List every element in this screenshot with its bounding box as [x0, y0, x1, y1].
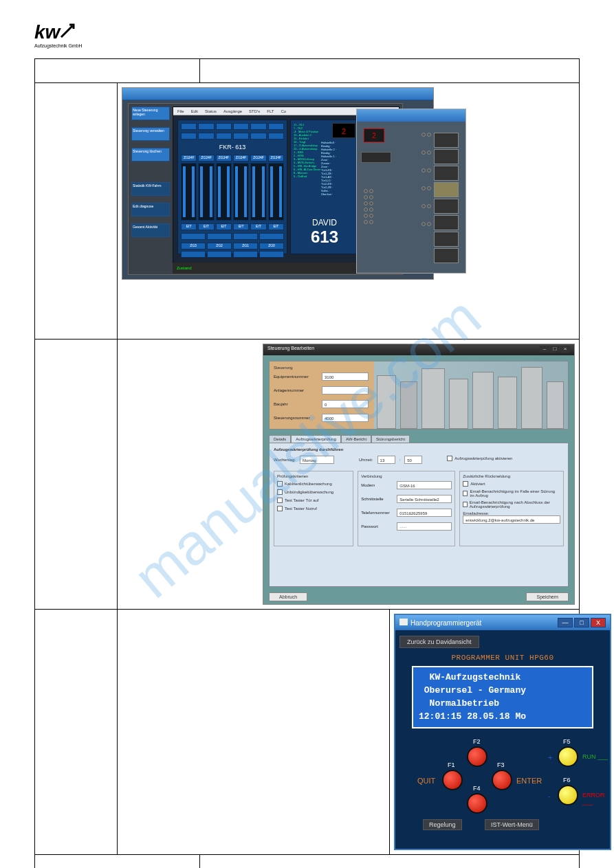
shaft-window: 2 [356, 109, 466, 274]
zg-lbl: ZG2 [207, 243, 232, 249]
chk-dooropen[interactable] [277, 498, 283, 503]
sidebar-btn-delete[interactable]: Steuerung löschen [131, 148, 170, 162]
run-label: RUN ___ [582, 753, 608, 760]
row3-mid [118, 610, 390, 855]
f5-label: F5 [563, 738, 571, 745]
close-icon[interactable]: X [591, 618, 606, 627]
sidebar-btn-manage[interactable]: Steuerung verwalten [131, 127, 170, 141]
menu-status[interactable]: Status [205, 109, 217, 113]
tab-panel: Aufzugswärterprüfung durchführen Wochent… [269, 443, 569, 587]
enter-label: ENTER [516, 777, 542, 785]
enable-label: Aufzugswärterpüfung aktivieren [454, 456, 512, 460]
col2-title: Verbindung [361, 474, 452, 478]
col1-title: Prüfungskriterien [277, 474, 350, 478]
sidebar-btn-activity[interactable]: Gesamt Aktivität [131, 223, 170, 237]
minute-select[interactable]: 50 [404, 456, 422, 464]
header-panel: Steuerung Equipmentnummer3100 Anlagennum… [269, 361, 569, 430]
close-icon[interactable]: × [560, 346, 570, 353]
zg-lbl: ZG1 [233, 243, 258, 249]
pw-label: Passwort [361, 524, 397, 528]
row2-content: Steuerung Bearbeiten – □ × Steuerung Equ… [118, 340, 580, 610]
app-icon [399, 619, 408, 625]
modem-select[interactable]: GSM-16 [397, 481, 452, 489]
sidebar-btn-diag[interactable]: Edit diagnose [131, 203, 170, 216]
f3-button[interactable] [492, 770, 512, 790]
tel-input[interactable]: 015162625959 [397, 509, 452, 517]
chk-email-done[interactable] [463, 502, 467, 507]
iface-select[interactable]: Serielle Schnittstelle2 [397, 495, 452, 503]
f6-label: F6 [563, 777, 571, 783]
cancel-button[interactable]: Abbruch [269, 592, 307, 601]
f4-label: F4 [473, 785, 481, 792]
menu-outputs[interactable]: Ausgänge [223, 109, 242, 113]
tel-label: Telefonnummer [361, 511, 397, 515]
board-fkr: FKR- 613 ZG24F ZG24F ZG24F ZG24F ZG24F Z… [177, 120, 287, 254]
header-cell-right [200, 59, 580, 83]
f2-button[interactable] [467, 746, 487, 767]
quit-label: QUIT [417, 777, 435, 785]
sidebar-btn-stats[interactable]: Statistik KW-Fahrn [131, 182, 170, 196]
arrow-icon [60, 21, 78, 38]
email-input[interactable]: entwicklung.2@kw-aufzugstechnik.de [463, 515, 560, 524]
max-icon[interactable]: □ [550, 346, 560, 353]
save-button[interactable]: Speichern [526, 592, 569, 601]
lcd-line3: Normalbetrieb [419, 698, 586, 711]
min-icon[interactable]: – [540, 346, 549, 353]
menu-co[interactable]: Co [281, 109, 286, 113]
menu-edit[interactable]: Edit [191, 109, 198, 113]
tab-details[interactable]: Details [269, 435, 291, 443]
lcd-display: KW-Aufzugstechnik Oberursel - Germany No… [412, 666, 593, 728]
enable-checkbox[interactable] [447, 456, 452, 461]
board-david: 11 - OL1 7 - OL2 -3 Motor & Position 19 … [290, 120, 359, 254]
chk-emergency[interactable] [277, 506, 283, 511]
schedule-row: Wochentag: Montag Uhrzeit: 13 : 50 Aufzu… [274, 456, 564, 464]
anlage-input[interactable] [322, 386, 369, 394]
pw-input[interactable]: ······ [397, 522, 452, 531]
sidebar: Neue Steuerung anlegen Steuerung verwalt… [131, 107, 170, 271]
zg-lbl: ZG0 [259, 243, 284, 249]
soft-right-button[interactable]: IST-Wert-Menü [485, 819, 539, 830]
time-label: Uhrzeit: [359, 458, 373, 462]
row1-left [35, 83, 118, 340]
menu-stds[interactable]: STD's [249, 109, 260, 113]
slot-lbl: ZG24F [250, 155, 266, 162]
steuer-input[interactable]: 4000 [322, 414, 369, 422]
hour-select[interactable]: 13 [377, 456, 395, 464]
f5-button[interactable] [558, 746, 578, 767]
weekday-select[interactable]: Montag [300, 456, 334, 464]
menu-file[interactable]: File [177, 109, 184, 113]
tab-attendant[interactable]: Aufzugswärterprüfung [291, 435, 341, 443]
soft-left-button[interactable]: Regelung [423, 819, 462, 830]
hpg-titlebar: Handprogrammiergerät — □ X [395, 615, 610, 630]
tab-awreport[interactable]: AW-Bericht [341, 435, 371, 443]
min-icon[interactable]: — [558, 618, 573, 627]
max-icon[interactable]: □ [574, 618, 589, 627]
chk-active[interactable] [463, 481, 468, 487]
back-button[interactable]: Zurück zu Davidansicht [399, 636, 479, 648]
section-title: Aufzugswärterprüfung durchführen [274, 447, 564, 452]
f1-button[interactable] [442, 770, 463, 790]
equip-input[interactable]: 3100 [322, 372, 369, 381]
iface-label: Schnittstelle [361, 497, 397, 501]
chk-unbund[interactable] [277, 489, 283, 495]
f6-button[interactable] [558, 785, 578, 805]
fkr-title: FKR- 613 [181, 144, 284, 151]
plus-label: + [548, 753, 552, 761]
sidebar-btn-new[interactable]: Neue Steuerung anlegen [131, 107, 170, 120]
tab-fault[interactable]: Störungsbericht [371, 435, 410, 443]
window-titlebar [122, 88, 433, 100]
header-cell-left [35, 59, 200, 83]
slot-lbl: ZG24F [268, 155, 284, 162]
unit-title: PROGRAMMER UNIT HPG60 [395, 654, 610, 662]
baujahr-input[interactable]: 0 [322, 400, 369, 408]
chk-email-fault[interactable] [463, 491, 468, 496]
shaft [434, 133, 459, 265]
status-left: Zustand [177, 266, 192, 270]
menu-flt[interactable]: FLT [267, 109, 274, 113]
row3-img: Handprogrammiergerät — □ X Zurück zu Dav… [390, 610, 580, 855]
shaft-btn[interactable] [361, 152, 391, 163]
chk-cabin-light[interactable] [277, 481, 283, 487]
col-connection: Verbindung ModemGSM-16 SchnittstelleSeri… [358, 471, 455, 546]
row2-left [35, 340, 118, 610]
f4-button[interactable] [467, 793, 487, 814]
